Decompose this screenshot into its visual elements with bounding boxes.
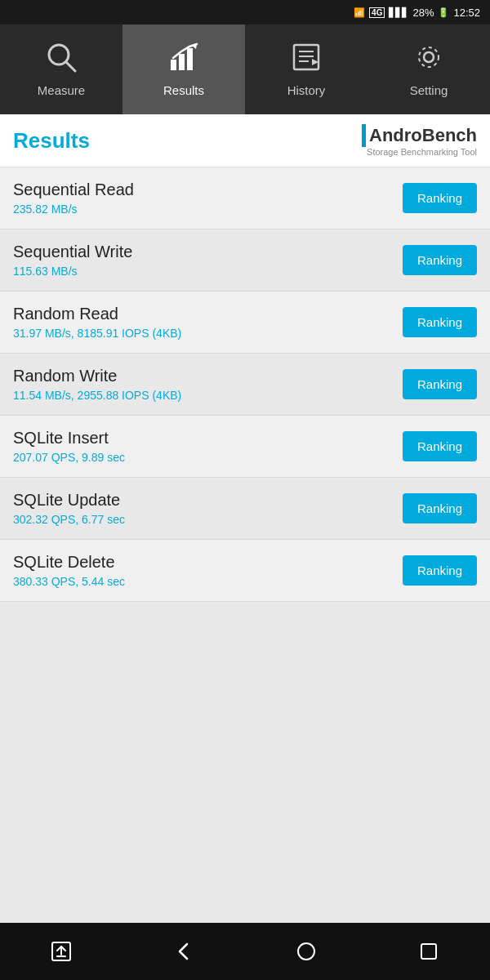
results-title: Results xyxy=(13,128,90,154)
setting-icon xyxy=(413,42,444,77)
tab-setting[interactable]: Setting xyxy=(368,24,490,114)
status-icons: 📶 4G ▋▋▋ 28% 🔋 12:52 xyxy=(354,7,480,19)
bottom-nav xyxy=(0,923,490,980)
tab-results-label: Results xyxy=(163,83,204,97)
svg-rect-3 xyxy=(179,54,185,70)
ranking-btn-sequential-write[interactable]: Ranking xyxy=(403,245,477,275)
ranking-btn-sequential-read[interactable]: Ranking xyxy=(403,183,477,213)
bench-info-sequential-write: Sequential Write 115.63 MB/s xyxy=(13,243,403,278)
svg-point-12 xyxy=(419,47,439,67)
bench-name-random-read: Random Read xyxy=(13,305,403,323)
tab-results[interactable]: Results xyxy=(122,24,245,114)
battery-text: 28% xyxy=(412,7,434,19)
bench-name-sequential-write: Sequential Write xyxy=(13,243,403,261)
tab-measure-label: Measure xyxy=(38,83,85,97)
benchmark-row-sqlite-update: SQLite Update 302.32 QPS, 6.77 sec Ranki… xyxy=(0,478,490,540)
history-icon xyxy=(291,42,322,77)
benchmark-row-sequential-read: Sequential Read 235.82 MB/s Ranking xyxy=(0,167,490,229)
bottom-back-btn[interactable] xyxy=(163,931,204,972)
battery-icon: 🔋 xyxy=(438,7,449,18)
svg-rect-4 xyxy=(187,48,193,70)
ranking-btn-sqlite-insert[interactable]: Ranking xyxy=(403,431,477,461)
tab-measure[interactable]: Measure xyxy=(0,24,122,114)
bench-value-sqlite-delete: 380.33 QPS, 5.44 sec xyxy=(13,575,403,588)
svg-point-11 xyxy=(424,52,434,62)
bench-info-sequential-read: Sequential Read 235.82 MB/s xyxy=(13,180,403,216)
bottom-home-btn[interactable] xyxy=(286,931,327,972)
bench-name-sqlite-update: SQLite Update xyxy=(13,491,403,510)
signal-icon: ▋▋▋ xyxy=(389,7,408,18)
benchmark-row-random-read: Random Read 31.97 MB/s, 8185.91 IOPS (4K… xyxy=(0,292,490,354)
bench-name-random-write: Random Write xyxy=(13,367,403,385)
results-header: Results AndroBench Storage Benchmarking … xyxy=(0,114,490,167)
bench-info-sqlite-insert: SQLite Insert 207.07 QPS, 9.89 sec xyxy=(13,429,403,464)
bottom-recent-btn[interactable] xyxy=(408,931,449,972)
benchmark-row-sqlite-insert: SQLite Insert 207.07 QPS, 9.89 sec Ranki… xyxy=(0,416,490,478)
benchmark-row-sequential-write: Sequential Write 115.63 MB/s Ranking xyxy=(0,229,490,292)
bench-info-sqlite-update: SQLite Update 302.32 QPS, 6.77 sec xyxy=(13,491,403,526)
lte-icon: 4G xyxy=(369,7,385,18)
tab-history-label: History xyxy=(287,83,326,97)
ranking-btn-sqlite-delete[interactable]: Ranking xyxy=(403,555,477,586)
bottom-upload-btn[interactable] xyxy=(41,931,82,972)
benchmark-row-random-write: Random Write 11.54 MB/s, 2955.88 IOPS (4… xyxy=(0,354,490,416)
ranking-btn-sqlite-update[interactable]: Ranking xyxy=(403,493,477,523)
benchmark-list: Sequential Read 235.82 MB/s Ranking Sequ… xyxy=(0,167,490,923)
bench-value-sqlite-update: 302.32 QPS, 6.77 sec xyxy=(13,513,403,526)
time-text: 12:52 xyxy=(453,7,480,19)
status-bar: 📶 4G ▋▋▋ 28% 🔋 12:52 xyxy=(0,0,490,24)
bench-info-sqlite-delete: SQLite Delete 380.33 QPS, 5.44 sec xyxy=(13,553,403,588)
svg-rect-17 xyxy=(421,944,436,959)
brand-logo: AndroBench Storage Benchmarking Tool xyxy=(362,124,477,157)
bench-value-sqlite-insert: 207.07 QPS, 9.89 sec xyxy=(13,451,403,464)
brand-name: AndroBench xyxy=(362,124,477,147)
bench-info-random-read: Random Read 31.97 MB/s, 8185.91 IOPS (4K… xyxy=(13,305,403,340)
tab-history[interactable]: History xyxy=(245,24,368,114)
bench-value-random-read: 31.97 MB/s, 8185.91 IOPS (4KB) xyxy=(13,327,403,340)
bench-value-random-write: 11.54 MB/s, 2955.88 IOPS (4KB) xyxy=(13,389,403,402)
bench-value-sequential-write: 115.63 MB/s xyxy=(13,265,403,278)
nfc-icon: 📶 xyxy=(354,7,365,18)
brand-sub: Storage Benchmarking Tool xyxy=(367,147,477,157)
results-icon xyxy=(168,42,199,77)
brand-bar xyxy=(362,124,366,147)
svg-point-16 xyxy=(298,943,314,960)
bench-info-random-write: Random Write 11.54 MB/s, 2955.88 IOPS (4… xyxy=(13,367,403,402)
benchmark-row-sqlite-delete: SQLite Delete 380.33 QPS, 5.44 sec Ranki… xyxy=(0,540,490,602)
nav-tabs: Measure Results History xyxy=(0,24,490,114)
ranking-btn-random-write[interactable]: Ranking xyxy=(403,369,477,399)
bench-name-sqlite-insert: SQLite Insert xyxy=(13,429,403,448)
bench-value-sequential-read: 235.82 MB/s xyxy=(13,203,403,216)
ranking-btn-random-read[interactable]: Ranking xyxy=(403,307,477,337)
svg-rect-2 xyxy=(171,60,176,70)
bench-name-sequential-read: Sequential Read xyxy=(13,180,403,199)
bench-name-sqlite-delete: SQLite Delete xyxy=(13,553,403,572)
svg-line-1 xyxy=(66,62,75,71)
measure-icon xyxy=(46,42,77,77)
tab-setting-label: Setting xyxy=(410,83,448,97)
